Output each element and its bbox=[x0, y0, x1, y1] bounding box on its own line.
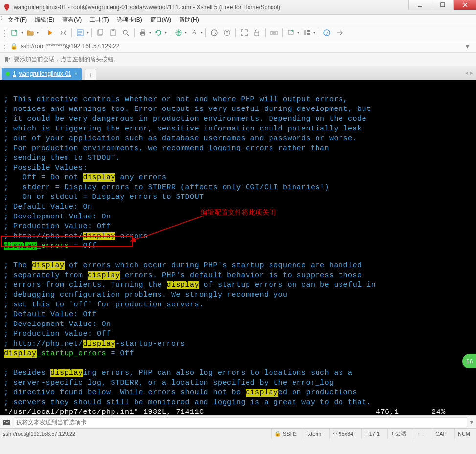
dropdown-icon[interactable]: ▾ bbox=[185, 30, 187, 35]
maximize-button[interactable] bbox=[431, 0, 453, 10]
hint-text: 要添加当前会话，点击左侧的箭头按钮。 bbox=[14, 55, 119, 64]
help-button[interactable]: ? bbox=[321, 27, 332, 38]
terminal-line: ; directive found below. While errors sh… bbox=[4, 388, 472, 398]
grip-icon bbox=[4, 43, 5, 50]
fullscreen-button[interactable] bbox=[239, 27, 249, 38]
svg-rect-23 bbox=[3, 420, 10, 425]
globe-button[interactable] bbox=[173, 27, 184, 38]
menu-file[interactable]: 文件(F) bbox=[4, 15, 31, 25]
tab-index: 1 bbox=[13, 70, 16, 77]
disconnect-button[interactable] bbox=[58, 27, 68, 38]
terminal-line: ; notices and warnings too. Error output… bbox=[4, 105, 472, 114]
tab-close-button[interactable]: × bbox=[74, 70, 78, 77]
dropdown-icon[interactable]: ▾ bbox=[149, 30, 151, 35]
terminal-line: ; Besides displaying errors, PHP can als… bbox=[4, 368, 472, 378]
tab-prev-button[interactable]: ◂ bbox=[465, 69, 468, 76]
terminal-line: ; sending them to STDOUT. bbox=[4, 153, 472, 163]
svg-point-12 bbox=[211, 30, 217, 36]
keyboard-button[interactable] bbox=[269, 27, 279, 38]
status-sessions: 1 会话 bbox=[387, 429, 409, 439]
terminal-line: ; http://php.net/display-startup-errors bbox=[4, 339, 472, 349]
connection-status-icon bbox=[6, 72, 10, 76]
transfer-button[interactable] bbox=[222, 27, 232, 38]
font-button[interactable]: A bbox=[189, 27, 200, 38]
svg-rect-0 bbox=[441, 3, 445, 7]
terminal-line: display_errors = Off bbox=[4, 241, 472, 251]
wizard-button[interactable] bbox=[334, 27, 345, 38]
paste-button[interactable] bbox=[108, 27, 118, 38]
reconnect-button[interactable] bbox=[45, 27, 56, 38]
menu-window[interactable]: 窗口(W) bbox=[146, 15, 175, 25]
new-session-button[interactable] bbox=[9, 27, 20, 38]
menu-tools[interactable]: 工具(T) bbox=[86, 15, 113, 25]
dropdown-icon[interactable]: ▾ bbox=[313, 30, 315, 35]
tab-next-button[interactable]: ▸ bbox=[470, 69, 473, 76]
status-cap: CAP bbox=[432, 429, 450, 439]
svg-rect-15 bbox=[271, 31, 277, 35]
svg-rect-4 bbox=[99, 29, 103, 34]
svg-rect-6 bbox=[112, 29, 114, 31]
menu-tabs[interactable]: 选项卡(B) bbox=[113, 15, 146, 25]
terminal-status-line: "/usr/local/php7/etc/php.ini" 1932L, 714… bbox=[4, 408, 472, 415]
status-terminal-type: xterm bbox=[305, 429, 325, 439]
dropdown-icon[interactable]: ▾ bbox=[201, 30, 203, 35]
status-num: NUM bbox=[454, 429, 473, 439]
minimize-button[interactable] bbox=[408, 0, 431, 10]
terminal-line: ; This directive controls whether or not… bbox=[4, 95, 472, 105]
tab-strip: 1 wangruifenglinux-01 × + ◂ ▸ bbox=[0, 66, 476, 80]
dropdown-icon[interactable]: ▾ bbox=[37, 30, 39, 35]
dropdown-icon[interactable]: ▾ bbox=[21, 30, 23, 35]
svg-rect-17 bbox=[304, 30, 306, 35]
svg-rect-14 bbox=[255, 32, 259, 36]
refresh-button[interactable] bbox=[153, 27, 164, 38]
command-input[interactable] bbox=[14, 417, 467, 427]
lock-icon: 🔒 bbox=[10, 43, 18, 50]
svg-rect-10 bbox=[141, 34, 144, 36]
hint-bar: 要添加当前会话，点击左侧的箭头按钮。 bbox=[0, 53, 476, 66]
properties-button[interactable] bbox=[75, 27, 86, 38]
terminal-line: ; it could be very dangerous in producti… bbox=[4, 114, 472, 124]
terminal-line: ; stderr = Display errors to STDERR (aff… bbox=[4, 183, 472, 193]
add-session-button[interactable]: ▾ bbox=[466, 43, 469, 50]
status-bar: ssh://root@192.168.57.129:22 🔒 SSH2 xter… bbox=[0, 428, 476, 439]
status-connection: ssh://root@192.168.57.129:22 bbox=[3, 431, 75, 437]
close-button[interactable] bbox=[453, 0, 476, 10]
new-tab-button[interactable]: + bbox=[85, 69, 96, 80]
terminal-line bbox=[4, 251, 472, 261]
tab-nav-arrows: ◂ ▸ bbox=[465, 69, 473, 76]
menu-view[interactable]: 查看(V) bbox=[58, 15, 86, 25]
svg-rect-19 bbox=[307, 33, 310, 35]
terminal-line: ; http://php.net/display-errors bbox=[4, 232, 472, 241]
send-icon[interactable] bbox=[3, 418, 11, 426]
menu-help[interactable]: 帮助(H) bbox=[175, 15, 203, 25]
terminal[interactable]: ; This directive controls whether or not… bbox=[0, 80, 476, 415]
svg-point-7 bbox=[123, 30, 127, 34]
copy-button[interactable] bbox=[95, 27, 106, 38]
dropdown-icon[interactable]: ▾ bbox=[165, 30, 167, 35]
status-arrows: ↑ ↓ bbox=[414, 429, 427, 439]
print-button[interactable] bbox=[137, 27, 148, 38]
terminal-line: ; errors from clients. Turning the displ… bbox=[4, 281, 472, 290]
terminal-line: ; server-specific log, STDERR, or a loca… bbox=[4, 378, 472, 388]
find-button[interactable] bbox=[120, 27, 131, 38]
session-tab[interactable]: 1 wangruifenglinux-01 × bbox=[2, 68, 82, 80]
terminal-line: ; servers they should still be monitored… bbox=[4, 398, 472, 408]
dropdown-icon[interactable]: ▾ bbox=[87, 30, 89, 35]
xagent-button[interactable] bbox=[209, 27, 220, 38]
terminal-line: ; set this to 'off' for production serve… bbox=[4, 300, 472, 310]
status-size: ⇔ 95x34 bbox=[329, 429, 356, 439]
address-text[interactable]: ssh://root:********@192.168.57.129:22 bbox=[21, 43, 463, 50]
window-title: wangruifenglinux-01 - root@wangruifeng-0… bbox=[14, 4, 408, 11]
dropdown-icon[interactable]: ▾ bbox=[297, 30, 299, 35]
new-window-button[interactable] bbox=[286, 27, 296, 38]
bookmark-arrow-icon[interactable] bbox=[4, 56, 11, 63]
terminal-line: ; The display of errors which occur duri… bbox=[4, 261, 472, 271]
badge-56[interactable]: 56 bbox=[462, 354, 476, 368]
input-dropdown-button[interactable]: ▾ bbox=[470, 419, 473, 426]
tile-button[interactable] bbox=[301, 27, 312, 38]
lock-button[interactable] bbox=[251, 27, 262, 38]
menu-edit[interactable]: 编辑(E) bbox=[31, 15, 58, 25]
terminal-line: ; Possible Values: bbox=[4, 163, 472, 173]
svg-rect-9 bbox=[141, 30, 144, 32]
open-button[interactable] bbox=[25, 27, 36, 38]
